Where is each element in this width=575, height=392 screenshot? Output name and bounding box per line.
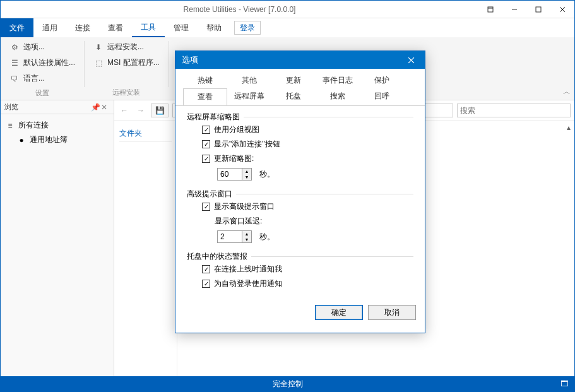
- menubar: 文件 通用 连接 查看 工具 管理 帮助 登录: [1, 18, 574, 37]
- collapse-icon[interactable]: ▴: [567, 123, 571, 132]
- spinner-down-icon[interactable]: ▼: [242, 237, 251, 242]
- close-panel-icon[interactable]: ✕: [101, 103, 110, 112]
- ribbon-item-label: 远程安装...: [107, 42, 144, 52]
- ribbon-item-options[interactable]: ⚙ 选项...: [6, 40, 79, 54]
- svg-rect-3: [536, 7, 541, 12]
- menu-tab-connect[interactable]: 连接: [66, 18, 99, 37]
- checkbox-notify-online[interactable]: ✓在连接上线时通知我: [187, 262, 413, 276]
- checkbox-group-view[interactable]: ✓使用分组视图: [187, 122, 413, 137]
- spinner-suffix: 秒。: [259, 169, 275, 180]
- ribbon-item-msi-config[interactable]: ⬚ MSI 配置程序...: [90, 56, 163, 70]
- tab-tray[interactable]: 托盘: [271, 88, 316, 105]
- tab-protect[interactable]: 保护: [360, 73, 404, 88]
- folders-label: 文件夹: [119, 126, 172, 142]
- spinner-up-icon[interactable]: ▲: [242, 169, 251, 174]
- checkbox-icon: ✓: [202, 140, 210, 148]
- tab-eventlog[interactable]: 事件日志: [316, 73, 360, 88]
- tab-search[interactable]: 搜索: [316, 88, 360, 105]
- spinner-up-icon[interactable]: ▲: [242, 231, 251, 237]
- titlebar: Remote Utilities - Viewer [7.0.0.0]: [1, 1, 574, 18]
- ribbon-item-label: MSI 配置程序...: [107, 57, 160, 68]
- checkbox-icon: ✓: [202, 126, 210, 134]
- menu-tab-view[interactable]: 查看: [99, 18, 132, 37]
- checkbox-label: 显示"添加连接"按钮: [214, 139, 280, 150]
- fieldset-title: 高级提示窗口: [187, 189, 232, 199]
- spinner-down-icon[interactable]: ▼: [242, 174, 251, 180]
- folders-panel: 文件夹: [114, 121, 177, 376]
- svg-rect-0: [488, 7, 493, 12]
- minimize-button[interactable]: [502, 1, 526, 18]
- dialog-content: 远程屏幕缩略图 ✓使用分组视图 ✓显示"添加连接"按钮 ✓更新缩略图: ▲▼ 秒…: [175, 105, 425, 300]
- ribbon-item-remote-install[interactable]: ⬇ 远程安装...: [90, 40, 163, 54]
- dialog-title: 选项: [182, 54, 403, 66]
- spinner-input[interactable]: [217, 168, 242, 181]
- menu-tab-manage[interactable]: 管理: [165, 18, 198, 37]
- sidebar-title: 浏览: [4, 102, 90, 112]
- maximize-button[interactable]: [526, 1, 550, 18]
- thumbnail-interval-spinner[interactable]: ▲▼: [217, 168, 252, 181]
- dialog-footer: 确定 取消: [175, 300, 425, 326]
- fieldset-tray-alerts: 托盘中的状态警报 ✓在连接上线时通知我 ✓为自动登录使用通知: [187, 251, 413, 291]
- tab-hotkey[interactable]: 热键: [183, 73, 227, 88]
- login-button[interactable]: 登录: [234, 21, 261, 35]
- tree-item-all[interactable]: ≡ 所有连接: [3, 118, 111, 133]
- extra-window-icon[interactable]: [478, 1, 502, 18]
- sidebar: 浏览 📌 ✕ ≡ 所有连接 ● 通用地址簿: [1, 100, 114, 376]
- tooltip-delay-spinner[interactable]: ▲▼: [217, 230, 252, 243]
- language-icon: 🗨: [9, 74, 20, 84]
- dialog-tabs-row2: 查看 远程屏幕 托盘 搜索 回呼: [175, 88, 425, 106]
- checkbox-icon: ✓: [202, 155, 210, 163]
- ribbon-group-settings: ⚙ 选项... ☰ 默认连接属性... 🗨 语言... 设置: [1, 37, 84, 100]
- options-dialog: 选项 热键 其他 更新 事件日志 保护 查看 远程屏幕 托盘 搜索 回呼 远程屏…: [175, 50, 425, 333]
- checkbox-label: 为自动登录使用通知: [214, 278, 282, 289]
- save-button[interactable]: 💾: [151, 104, 169, 117]
- tab-remote-screen[interactable]: 远程屏幕: [227, 88, 271, 105]
- nav-forward-icon[interactable]: →: [134, 105, 147, 116]
- nav-back-icon[interactable]: ←: [118, 105, 131, 116]
- menu-tab-file[interactable]: 文件: [1, 18, 33, 37]
- window-title: Remote Utilities - Viewer [7.0.0.0]: [1, 5, 478, 14]
- ribbon-group-label: 远程安装: [90, 85, 163, 100]
- fieldset-tooltip: 高级提示窗口 ✓显示高级提示窗口 显示窗口延迟: ▲▼ 秒。: [187, 189, 413, 245]
- bullet-icon: ●: [17, 136, 26, 145]
- checkbox-show-tooltip[interactable]: ✓显示高级提示窗口: [187, 199, 413, 214]
- checkbox-label: 更新缩略图:: [214, 153, 254, 164]
- checkbox-icon: ✓: [202, 265, 210, 273]
- close-button[interactable]: [550, 1, 574, 18]
- menu-tab-tools[interactable]: 工具: [132, 18, 165, 37]
- checkbox-update-thumb[interactable]: ✓更新缩略图:: [187, 151, 413, 166]
- pin-icon[interactable]: 📌: [91, 103, 100, 112]
- ribbon-group-label: 设置: [6, 86, 79, 100]
- ribbon-collapse-icon[interactable]: ︿: [563, 86, 571, 97]
- statusbar: 完全控制 🗔: [1, 376, 574, 391]
- ribbon-separator: [169, 41, 169, 87]
- ribbon-group-remote-install: ⬇ 远程安装... ⬚ MSI 配置程序... 远程安装: [85, 37, 169, 100]
- status-text: 完全控制: [273, 379, 303, 389]
- cancel-button[interactable]: 取消: [368, 305, 416, 320]
- checkbox-notify-autologin[interactable]: ✓为自动登录使用通知: [187, 276, 413, 291]
- search-input[interactable]: [457, 104, 571, 117]
- ribbon-item-language[interactable]: 🗨 语言...: [6, 71, 79, 86]
- msi-icon: ⬚: [93, 58, 104, 68]
- ribbon-item-label: 语言...: [23, 73, 45, 84]
- checkbox-label: 显示高级提示窗口: [214, 201, 275, 212]
- properties-icon: ☰: [9, 58, 20, 68]
- tab-callback[interactable]: 回呼: [360, 88, 404, 105]
- ribbon-item-label: 选项...: [23, 42, 45, 52]
- tab-view[interactable]: 查看: [183, 88, 227, 105]
- checkbox-show-add[interactable]: ✓显示"添加连接"按钮: [187, 137, 413, 151]
- ok-button[interactable]: 确定: [315, 305, 363, 320]
- tab-other[interactable]: 其他: [227, 73, 271, 88]
- ribbon-item-default-props[interactable]: ☰ 默认连接属性...: [6, 56, 79, 70]
- menu-tab-general[interactable]: 通用: [33, 18, 66, 37]
- statusbar-icon[interactable]: 🗔: [560, 379, 568, 388]
- tree-item-addressbook[interactable]: ● 通用地址簿: [3, 133, 111, 147]
- dialog-close-button[interactable]: [403, 52, 418, 68]
- dialog-tabs-row1: 热键 其他 更新 事件日志 保护: [175, 73, 425, 88]
- tab-update[interactable]: 更新: [271, 73, 316, 88]
- list-icon: ≡: [6, 121, 15, 130]
- menu-tab-help[interactable]: 帮助: [198, 18, 230, 37]
- spinner-input[interactable]: [217, 230, 242, 243]
- tree-item-label: 所有连接: [18, 120, 49, 131]
- checkbox-label: 使用分组视图: [214, 124, 259, 135]
